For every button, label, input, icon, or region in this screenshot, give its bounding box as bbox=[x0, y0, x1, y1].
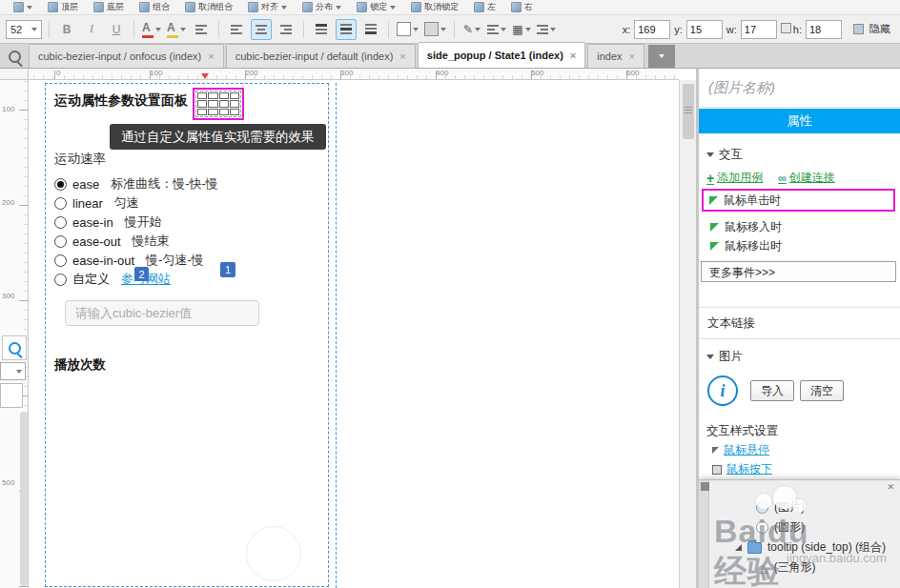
highlight-color-button[interactable]: A bbox=[166, 19, 187, 40]
option-ease[interactable]: ease标准曲线：慢-快-慢 bbox=[54, 174, 218, 193]
tab-close-icon[interactable]: × bbox=[208, 51, 214, 62]
cubic-bezier-input-widget[interactable]: 请输入cubic-bezier值 bbox=[65, 300, 259, 326]
menu-item-align[interactable]: 对齐 bbox=[240, 0, 295, 15]
tab-cubic-bezier-default[interactable]: cubic-bezier-input / default (index)× bbox=[226, 44, 416, 68]
align-right-button[interactable] bbox=[276, 19, 297, 40]
create-connection-link[interactable]: 创建连接 bbox=[778, 170, 835, 186]
option-ease-in[interactable]: ease-in慢开始 bbox=[54, 213, 218, 232]
radio-icon[interactable] bbox=[54, 274, 67, 286]
styles-dropdown[interactable] bbox=[6, 0, 40, 15]
outline-item-circle[interactable]: (圆形) bbox=[708, 517, 900, 537]
play-count-label[interactable]: 播放次数 bbox=[54, 356, 106, 374]
line-pattern-button[interactable]: ▦ bbox=[511, 19, 532, 40]
search-icon[interactable] bbox=[9, 51, 21, 66]
left-rail-input[interactable] bbox=[0, 383, 23, 408]
x-input[interactable] bbox=[634, 20, 670, 39]
panel-title-widget[interactable]: 运动属性参数设置面板 bbox=[54, 92, 188, 110]
radio-icon[interactable] bbox=[54, 216, 67, 229]
font-size-select[interactable]: 52 bbox=[6, 20, 42, 39]
circle-widget[interactable] bbox=[246, 526, 301, 581]
left-rail-scrollbar[interactable] bbox=[20, 412, 28, 586]
border-pen-button[interactable]: ✎ bbox=[461, 19, 482, 40]
scrollbar-thumb[interactable] bbox=[683, 84, 694, 139]
valign-bottom-button[interactable] bbox=[360, 19, 381, 40]
tab-overflow-button[interactable] bbox=[648, 45, 675, 68]
zoom-tool-button[interactable] bbox=[2, 335, 27, 360]
option-ease-out[interactable]: ease-out慢结束 bbox=[54, 232, 218, 251]
aspect-ratio-icon[interactable] bbox=[781, 23, 791, 33]
event-cursor-icon bbox=[710, 242, 719, 251]
event-mouseleave[interactable]: 鼠标移出时 bbox=[710, 238, 782, 254]
valign-top-button[interactable] bbox=[311, 19, 332, 40]
style-down-link[interactable]: 鼠标按下 bbox=[726, 461, 772, 477]
hide-button[interactable]: 隐藏 bbox=[853, 22, 890, 36]
radio-selected-icon[interactable] bbox=[54, 178, 67, 191]
fill-color-button[interactable] bbox=[396, 19, 419, 40]
option-linear[interactable]: linear匀速 bbox=[54, 193, 218, 213]
menu-item-front[interactable]: 顶层 bbox=[40, 0, 86, 15]
event-mouseenter[interactable]: 鼠标移入时 bbox=[710, 219, 782, 235]
line-weight-button[interactable] bbox=[486, 19, 507, 40]
info-icon[interactable] bbox=[707, 375, 738, 406]
font-color-button[interactable]: A bbox=[141, 19, 162, 40]
ruler-number: 500 bbox=[531, 69, 543, 77]
outline-item-image[interactable]: (图片) bbox=[708, 497, 900, 517]
outline-item-triangle[interactable]: (三角形) bbox=[708, 558, 900, 578]
tab-index[interactable]: index× bbox=[587, 44, 644, 68]
import-button[interactable]: 导入 bbox=[750, 380, 794, 401]
canvas-vertical-scrollbar[interactable] bbox=[679, 80, 696, 588]
tab-side-popup-state1[interactable]: side_popup / State1 (index)× bbox=[418, 42, 585, 68]
style-hover-link[interactable]: 鼠标悬停 bbox=[724, 442, 769, 458]
clear-button[interactable]: 清空 bbox=[800, 380, 844, 401]
align-left-button[interactable] bbox=[226, 19, 247, 40]
tooltip-widget[interactable]: 通过自定义属性值实现需要的效果 bbox=[110, 124, 326, 150]
w-input[interactable] bbox=[741, 20, 777, 39]
tab-close-icon[interactable]: × bbox=[570, 50, 576, 61]
radio-icon[interactable] bbox=[54, 254, 67, 267]
menu-item-group[interactable]: 组合 bbox=[132, 0, 177, 15]
widget-name-field[interactable]: (图片名称) bbox=[699, 69, 900, 108]
interaction-section-header[interactable]: 交互 bbox=[706, 147, 743, 163]
speed-section-label[interactable]: 运动速率 bbox=[54, 151, 106, 168]
expander-icon[interactable] bbox=[735, 544, 742, 551]
tab-close-icon[interactable]: × bbox=[399, 51, 405, 62]
design-canvas[interactable]: 运动属性参数设置面板 通过自定义属性值实现需要的效果 运动速率 ease标准曲线… bbox=[29, 80, 679, 588]
y-input[interactable] bbox=[686, 20, 723, 39]
tab-properties[interactable]: 属性 bbox=[699, 109, 900, 133]
outline-label: (圆形) bbox=[774, 519, 805, 536]
left-rail-dropdown[interactable] bbox=[0, 362, 26, 380]
outline-item-tooltip-group[interactable]: tooltip (side_top) (组合) bbox=[708, 537, 900, 558]
event-onclick-highlighted[interactable]: 鼠标单击时 bbox=[702, 189, 895, 212]
tab-cubic-bezier-onfocus[interactable]: cubic-bezier-input / onfocus (index)× bbox=[29, 44, 224, 68]
menu-item-left[interactable]: 左 bbox=[466, 0, 503, 15]
menu-item-back[interactable]: 底层 bbox=[86, 0, 132, 15]
bullet-list-button[interactable] bbox=[191, 19, 212, 40]
style-hover-row[interactable]: 鼠标悬停 bbox=[712, 442, 769, 458]
overlay-handle-icon[interactable] bbox=[701, 482, 709, 491]
underline-button[interactable]: U bbox=[106, 19, 127, 40]
image-section-header[interactable]: 图片 bbox=[706, 349, 743, 365]
close-icon[interactable] bbox=[887, 482, 894, 492]
x-label: x: bbox=[623, 24, 631, 35]
text-link-section[interactable]: 文本链接 bbox=[699, 307, 900, 339]
radio-icon[interactable] bbox=[54, 235, 67, 248]
radio-icon[interactable] bbox=[54, 197, 67, 210]
more-events-button[interactable]: 更多事件>>> bbox=[701, 261, 896, 282]
italic-button[interactable]: I bbox=[81, 19, 102, 40]
arrow-style-button[interactable] bbox=[536, 19, 557, 40]
valign-middle-button[interactable] bbox=[336, 19, 357, 40]
menu-item-distribute[interactable]: 分布 bbox=[295, 0, 349, 15]
menu-item-ungroup[interactable]: 取消组合 bbox=[177, 0, 240, 15]
border-color-button[interactable] bbox=[423, 19, 447, 40]
option-desc: 慢结束 bbox=[133, 233, 170, 250]
add-case-link[interactable]: 添加用例 bbox=[706, 170, 763, 186]
align-center-button[interactable] bbox=[251, 19, 272, 40]
menu-item-unlock[interactable]: 取消锁定 bbox=[403, 0, 466, 15]
menu-item-right[interactable]: 右 bbox=[503, 0, 541, 15]
tab-close-icon[interactable]: × bbox=[629, 51, 635, 62]
menu-item-lock[interactable]: 锁定 bbox=[349, 0, 403, 15]
bold-button[interactable]: B bbox=[56, 19, 77, 40]
grid-widget-selected[interactable] bbox=[193, 88, 244, 120]
h-input[interactable] bbox=[806, 20, 842, 39]
style-down-row[interactable]: 鼠标按下 bbox=[712, 461, 772, 477]
